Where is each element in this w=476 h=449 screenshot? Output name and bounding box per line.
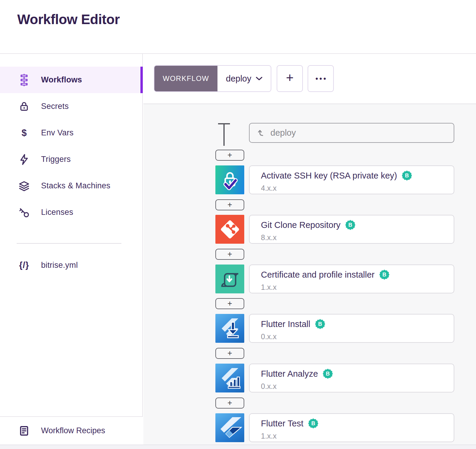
step-title: Certificate and profile installer [261, 270, 375, 280]
step-version: 0.x.x [261, 332, 454, 341]
step-card-activate-ssh-key[interactable]: Activate SSH key (RSA private key) B 4.x… [249, 165, 454, 194]
workflow-start-line [223, 123, 225, 146]
sidebar-item-label: Secrets [41, 102, 69, 111]
flutter-analyze-step-icon [215, 364, 244, 392]
dollar-icon: $ [17, 128, 31, 138]
sidebar-item-licenses[interactable]: Licenses [0, 199, 142, 226]
step-version: 0.x.x [261, 382, 454, 391]
step-title: Flutter Analyze [261, 369, 318, 379]
recipes-document-icon [17, 425, 31, 437]
bottom-edge-strip [0, 445, 476, 449]
insert-step-button[interactable]: + [215, 150, 244, 161]
insert-step-button[interactable]: + [215, 298, 244, 309]
sidebar-item-label: Stacks & Machines [41, 181, 110, 190]
sidebar-item-bitrise-yml[interactable]: {/} bitrise.yml [0, 252, 142, 279]
sidebar: Workflows Secrets $ Env Vars Trigge [0, 54, 143, 445]
sidebar-item-secrets[interactable]: Secrets [0, 93, 142, 120]
sidebar-item-workflows[interactable]: Workflows [0, 67, 142, 93]
step-version: 1.x.x [261, 432, 454, 440]
insert-step-button[interactable]: + [215, 199, 244, 210]
verified-badge-icon: B [402, 170, 412, 181]
code-braces-icon: {/} [17, 260, 31, 270]
sidebar-item-label: Workflow Recipes [41, 426, 105, 435]
ssh-key-step-icon [215, 165, 244, 194]
insert-step-button[interactable]: + [215, 348, 244, 359]
sidebar-item-label: Env Vars [41, 128, 73, 137]
step-title: Flutter Install [261, 319, 310, 329]
lightning-icon [17, 154, 31, 165]
flutter-install-step-icon [215, 314, 244, 343]
step-title: Activate SSH key (RSA private key) [261, 171, 397, 181]
lock-icon [17, 101, 31, 112]
sidebar-item-workflow-recipes[interactable]: Workflow Recipes [0, 416, 143, 445]
step-version: 1.x.x [261, 283, 454, 292]
step-card-certificate-installer[interactable]: Certificate and profile installer B 1.x.… [249, 265, 454, 293]
step-card-flutter-analyze[interactable]: Flutter Analyze B 0.x.x [249, 364, 454, 392]
insert-step-button[interactable]: + [215, 249, 244, 260]
workflow-selector[interactable]: WORKFLOW deploy [154, 65, 271, 92]
step-version: 8.x.x [261, 233, 454, 242]
verified-badge-icon: B [308, 418, 318, 428]
certificate-installer-step-icon [215, 265, 244, 293]
sidebar-item-triggers[interactable]: Triggers [0, 146, 142, 173]
chevron-down-icon [256, 76, 262, 81]
layers-icon [17, 180, 31, 192]
sidebar-item-label: Licenses [41, 208, 73, 217]
insert-step-button[interactable]: + [215, 398, 244, 409]
verified-badge-icon: B [315, 319, 325, 329]
git-clone-step-icon [215, 215, 244, 244]
key-icon [17, 206, 31, 218]
workflow-toolbar: WORKFLOW deploy + ••• [143, 54, 476, 104]
verified-badge-icon: B [323, 369, 333, 379]
verified-badge-icon: B [379, 270, 389, 280]
workflow-name-text: deploy [270, 128, 296, 138]
page-title: Workflow Editor [17, 11, 120, 27]
step-card-git-clone[interactable]: Git Clone Repository B 8.x.x [249, 215, 454, 244]
sidebar-item-label: bitrise.yml [41, 261, 78, 270]
workflow-name-box[interactable]: deploy [249, 123, 454, 143]
verified-badge-icon: B [345, 220, 356, 230]
sidebar-item-label: Workflows [41, 75, 82, 85]
sidebar-item-stacks-machines[interactable]: Stacks & Machines [0, 173, 142, 199]
step-title: Git Clone Repository [261, 220, 341, 230]
sidebar-item-env-vars[interactable]: $ Env Vars [0, 120, 142, 146]
flutter-test-step-icon [215, 413, 244, 442]
more-options-button[interactable]: ••• [308, 65, 334, 92]
workflows-icon [17, 73, 31, 87]
step-card-flutter-test[interactable]: Flutter Test B 1.x.x [249, 413, 454, 442]
step-version: 4.x.x [261, 184, 454, 193]
workflow-canvas: deploy + + + + + + Activate SSH key (RSA… [143, 104, 476, 445]
main-panel: WORKFLOW deploy + ••• deploy + + + + + + [143, 54, 476, 445]
selected-workflow-name: deploy [226, 74, 251, 84]
workflow-dropdown[interactable]: deploy [217, 66, 271, 91]
add-workflow-button[interactable]: + [277, 65, 303, 92]
step-title: Flutter Test [261, 419, 303, 428]
workflow-type-chip: WORKFLOW [154, 66, 217, 91]
level-up-arrow-icon [257, 129, 266, 137]
sidebar-item-label: Triggers [41, 155, 71, 164]
step-card-flutter-install[interactable]: Flutter Install B 0.x.x [249, 314, 454, 343]
sidebar-divider [17, 243, 121, 244]
